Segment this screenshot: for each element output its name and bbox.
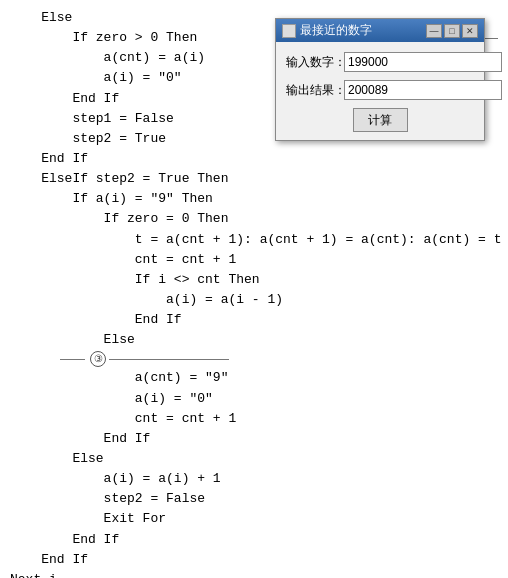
popup-icon [282, 24, 296, 38]
minimize-button[interactable]: — [426, 24, 442, 38]
code-line: Next i [10, 570, 498, 578]
code-line: ElseIf step2 = True Then [10, 169, 498, 189]
output-row: 输出结果： [286, 80, 474, 100]
code-line: Exit For [10, 509, 498, 529]
code-line: Else [10, 330, 498, 350]
code-line: cnt = cnt + 1 [10, 409, 498, 429]
annotation-3: ③ [90, 351, 106, 367]
output-label: 输出结果： [286, 82, 338, 99]
input-row: 输入数字： [286, 52, 474, 72]
code-line: t = a(cnt + 1): a(cnt + 1) = a(cnt): a(c… [10, 230, 498, 250]
code-line: If a(i) = "9" Then [10, 189, 498, 209]
button-row: 计算 [286, 108, 474, 132]
code-line: Else [10, 449, 498, 469]
popup-title: 最接近的数字 [300, 22, 372, 39]
popup-titlebar-buttons[interactable]: — □ ✕ [426, 24, 478, 38]
code-line: If i <> cnt Then [10, 270, 498, 290]
maximize-button[interactable]: □ [444, 24, 460, 38]
output-field[interactable] [344, 80, 502, 100]
popup-body: 输入数字： 输出结果： 计算 [276, 42, 484, 140]
code-line: a(i) = "0" [10, 389, 498, 409]
popup-window: 最接近的数字 — □ ✕ 输入数字： 输出结果： 计算 [275, 18, 485, 141]
popup-titlebar: 最接近的数字 — □ ✕ [276, 19, 484, 42]
close-button[interactable]: ✕ [462, 24, 478, 38]
code-line: step2 = False [10, 489, 498, 509]
code-line: End If [10, 149, 498, 169]
code-line: End If [10, 429, 498, 449]
code-line: a(i) = a(i) + 1 [10, 469, 498, 489]
popup-title-left: 最接近的数字 [282, 22, 372, 39]
code-line: cnt = cnt + 1 [10, 250, 498, 270]
code-line: a(i) = a(i - 1) [10, 290, 498, 310]
code-line: If zero = 0 Then [10, 209, 498, 229]
code-line: End If [10, 530, 498, 550]
input-field[interactable] [344, 52, 502, 72]
code-line: End If [10, 310, 498, 330]
input-label: 输入数字： [286, 54, 338, 71]
code-line: a(cnt) = "9" [10, 368, 498, 388]
code-line: End If [10, 550, 498, 570]
annotation-row-3: ③ [10, 351, 498, 367]
calculate-button[interactable]: 计算 [353, 108, 408, 132]
